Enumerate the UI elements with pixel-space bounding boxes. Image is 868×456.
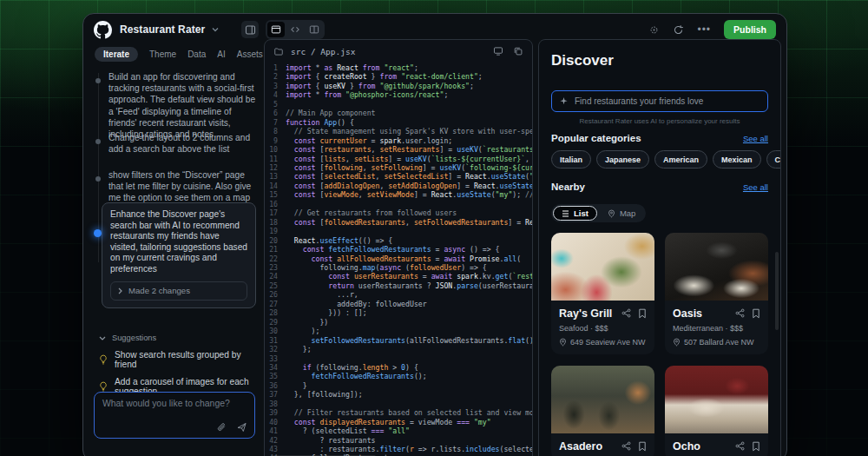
restaurant-photo: [551, 366, 654, 433]
category-chip-italian[interactable]: Italian: [551, 150, 591, 169]
restaurant-card-body: Ray's GrillSeafood · $$$649 Seaview Ave …: [551, 301, 654, 354]
overflow-menu-icon[interactable]: •••: [697, 23, 711, 36]
restaurant-name: Asadero: [559, 440, 621, 453]
bookmark-icon[interactable]: [752, 441, 760, 452]
restaurant-card[interactable]: Ray's GrillSeafood · $$$649 Seaview Ave …: [551, 233, 654, 354]
list-map-toggle: List Map: [551, 204, 646, 222]
category-chip-chinese[interactable]: Chinese: [766, 150, 781, 169]
restaurant-name-row: Oasis: [673, 307, 760, 320]
code-line: 11 const [lists, setLists] = useKV(`list…: [265, 155, 532, 163]
code-line: 30 );: [265, 327, 532, 335]
line-number: 33: [265, 354, 286, 363]
category-chip-japanese[interactable]: Japanese: [596, 150, 649, 169]
tab-theme[interactable]: Theme: [149, 50, 176, 59]
share-icon[interactable]: [621, 308, 631, 319]
chat-message-text: Change the layout to 2 columns and add a…: [108, 132, 256, 155]
line-number: 39: [265, 408, 286, 417]
editor-header-actions: [493, 46, 523, 56]
ai-search-box[interactable]: [551, 90, 768, 112]
tab-iterate[interactable]: Iterate: [95, 47, 138, 62]
restaurant-cards: Ray's GrillSeafood · $$$649 Seaview Ave …: [551, 233, 768, 456]
location-pin-icon: [559, 338, 567, 347]
refresh-icon[interactable]: [673, 24, 684, 36]
made-changes-toggle[interactable]: Made 2 changes: [110, 281, 247, 301]
share-icon[interactable]: [735, 308, 745, 319]
code-view-icon[interactable]: [286, 22, 304, 37]
send-icon[interactable]: [236, 422, 247, 433]
line-number: 3: [265, 82, 286, 90]
bookmark-icon[interactable]: [638, 441, 647, 452]
map-toggle[interactable]: Map: [599, 206, 644, 221]
sidebar-toggle-icon[interactable]: [241, 21, 259, 38]
made-changes-label: Made 2 changes: [128, 286, 190, 297]
tab-assets[interactable]: Assets: [237, 50, 263, 59]
code-line: 1import * as React from "react";: [265, 63, 532, 72]
tab-data[interactable]: Data: [187, 50, 206, 59]
list-toggle[interactable]: List: [553, 206, 597, 221]
screenshot-stage: Restaurant Rater ••• Publish IterateThem…: [0, 0, 868, 456]
lightbulb-icon: [99, 354, 108, 365]
code-text: setFollowedRestaurants(allFollowedRestau…: [286, 336, 532, 345]
page-title: Discover: [551, 52, 614, 69]
code-area[interactable]: 1import * as React from "react";2import …: [265, 63, 532, 456]
restaurant-card[interactable]: Asadero: [551, 366, 654, 456]
inspect-icon[interactable]: [648, 24, 660, 36]
code-line: 40 const displayedRestaurants = viewMode…: [265, 418, 532, 426]
line-number: 28: [265, 308, 286, 317]
code-text: fetchFollowedRestaurants();: [286, 372, 427, 380]
copy-icon[interactable]: [513, 46, 523, 56]
code-line: 36 }: [265, 381, 532, 390]
code-editor-panel: src / App.jsx 1import * as React from "r…: [264, 39, 533, 456]
code-line: 3import { useKV } from "@github/spark/ho…: [265, 82, 532, 90]
restaurant-name: Ray's Grill: [559, 307, 621, 320]
share-icon[interactable]: [621, 441, 631, 452]
open-preview-icon[interactable]: [493, 46, 503, 56]
bookmark-icon[interactable]: [638, 308, 647, 319]
suggestions-header[interactable]: Suggestions: [94, 334, 255, 342]
line-number: 23: [265, 263, 286, 272]
preview-view-icon[interactable]: [267, 22, 285, 37]
code-text: addedBy: followedUser: [286, 300, 427, 308]
line-number: 2: [265, 72, 286, 81]
restaurant-card[interactable]: Ocho: [665, 366, 768, 456]
line-number: 43: [265, 445, 286, 453]
code-text: import * as React from "react";: [286, 63, 418, 72]
see-all-link[interactable]: See all: [743, 134, 768, 143]
ai-caption: Restaurant Rater uses AI to personalize …: [539, 117, 780, 125]
restaurant-card[interactable]: OasisMediterranean · $$$507 Ballard Ave …: [665, 233, 768, 354]
chevron-down-icon[interactable]: [212, 27, 219, 32]
bookmark-icon[interactable]: [752, 308, 760, 319]
attach-icon[interactable]: [216, 422, 227, 433]
code-text: })) : [];: [286, 308, 367, 317]
code-line: 38: [265, 400, 532, 408]
timeline-dot: [95, 176, 101, 182]
editor-header: src / App.jsx: [265, 40, 532, 63]
vertical-scrollbar[interactable]: [775, 252, 779, 330]
file-breadcrumb[interactable]: src / App.jsx: [291, 47, 355, 56]
address-text: 507 Ballard Ave NW: [684, 338, 753, 347]
line-number: 30: [265, 327, 286, 335]
preview-panel: Discover Restaurant Rater uses AI to per…: [538, 39, 781, 456]
line-number: 34: [265, 363, 286, 372]
category-chip-mexican[interactable]: Mexican: [713, 150, 761, 169]
search-input[interactable]: [575, 96, 760, 106]
sparkle-icon: [559, 96, 569, 106]
line-number: 17: [265, 208, 286, 217]
category-chip-american[interactable]: American: [654, 150, 707, 169]
code-text: const displayedRestaurants = viewMode ==…: [286, 418, 491, 426]
chat-message-text: show filters on the “Discover” page that…: [108, 169, 256, 204]
see-all-link[interactable]: See all: [743, 182, 768, 192]
tab-ai[interactable]: AI: [217, 50, 225, 59]
chat-composer[interactable]: [94, 392, 255, 439]
panel-tabs: IterateThemeDataAIAssets: [95, 47, 263, 62]
composer-actions: [216, 422, 247, 433]
line-number: 1: [265, 63, 286, 72]
suggestion-item[interactable]: Show search results grouped by friend: [94, 350, 255, 369]
publish-button[interactable]: Publish: [724, 20, 776, 39]
split-view-icon[interactable]: [306, 22, 323, 37]
card-actions: [735, 308, 760, 319]
code-text: // State management using Spark's KV sto…: [286, 127, 532, 135]
code-text: ...r,: [286, 290, 358, 299]
share-icon[interactable]: [735, 441, 745, 452]
line-number: 22: [265, 254, 286, 263]
